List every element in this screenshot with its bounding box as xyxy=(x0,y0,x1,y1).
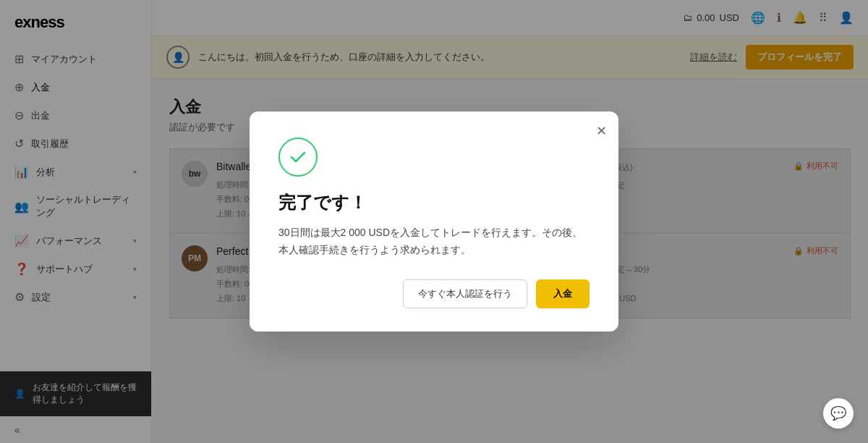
success-check-icon xyxy=(278,138,318,177)
completion-modal: ✕ 完了です！ 30日間は最大2 000 USDを入金してトレードを行えます。そ… xyxy=(250,111,618,332)
chat-support-button[interactable]: 💬 xyxy=(823,398,854,429)
modal-title: 完了です！ xyxy=(278,191,590,214)
deposit-button[interactable]: 入金 xyxy=(536,279,590,308)
chat-icon: 💬 xyxy=(830,405,846,421)
modal-overlay: ✕ 完了です！ 30日間は最大2 000 USDを入金してトレードを行えます。そ… xyxy=(0,0,868,443)
verify-now-button[interactable]: 今すぐ本人認証を行う xyxy=(403,279,527,308)
modal-actions: 今すぐ本人認証を行う 入金 xyxy=(278,279,590,308)
checkmark-svg xyxy=(288,147,308,167)
modal-close-button[interactable]: ✕ xyxy=(596,123,607,139)
modal-body: 30日間は最大2 000 USDを入金してトレードを行えます。その後、本人確認手… xyxy=(278,224,590,259)
